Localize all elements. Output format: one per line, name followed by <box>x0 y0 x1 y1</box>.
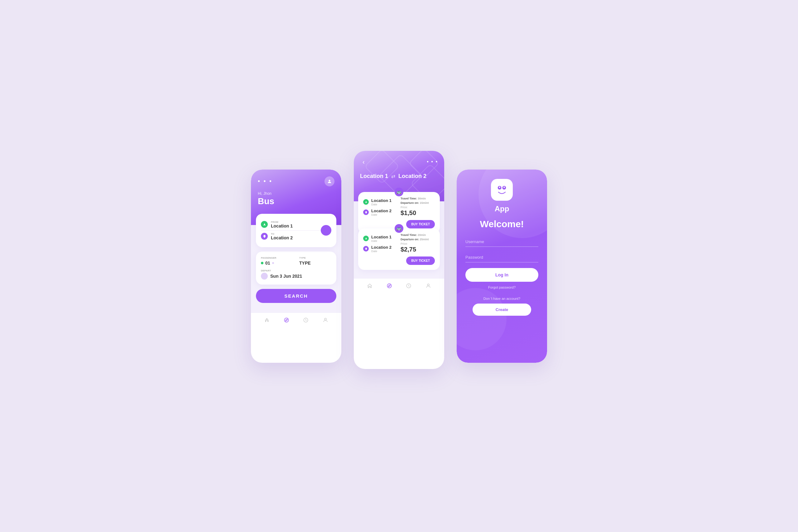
ticket-locations-1: Location 1 Date Location 2 Date <box>363 197 397 217</box>
ticket-card-2: 🚌 Location 1 Date <box>358 228 440 270</box>
type-value: TYPE <box>299 261 331 266</box>
buy-ticket-btn-2[interactable]: BUY TICKET <box>406 256 435 265</box>
depart-label: DEPART <box>261 269 331 272</box>
p2-header-top: ‹ • • • <box>360 157 438 167</box>
create-button[interactable]: Create <box>473 304 531 316</box>
p2-menu-dots[interactable]: • • • <box>427 159 438 165</box>
ticket-from-date-2: Date <box>371 239 392 243</box>
p2-nav-home[interactable] <box>366 282 373 289</box>
ticket-locations-2: Location 1 Date Location 2 Date <box>363 233 397 254</box>
departure-label-1: Departure on: <box>401 201 419 205</box>
ticket-from-name-2: Location 1 <box>371 235 392 239</box>
page-title: Bus <box>258 196 335 206</box>
passenger-option: PASSENGER 01 <box>261 256 293 266</box>
route-to: Location 2 <box>398 173 426 179</box>
ticket-to-name-2: Location 2 <box>371 245 392 250</box>
forgot-password[interactable]: Forgot password? <box>488 285 516 289</box>
travel-time-label-2: Travel Time: <box>401 233 417 236</box>
ticket-to-name-1: Location 2 <box>371 209 392 213</box>
ticket-to-date-2: Date <box>371 250 392 253</box>
phone-1: • • • Hi, Jhon Bus FROM Location 1 <box>251 170 341 363</box>
svg-point-12 <box>499 186 500 188</box>
svg-point-13 <box>504 186 505 188</box>
back-button[interactable]: ‹ <box>360 157 367 167</box>
svg-point-9 <box>428 284 429 286</box>
app-icon <box>491 179 513 201</box>
passenger-label: PASSENGER <box>261 256 293 259</box>
departure-label-2: Departure on: <box>401 238 419 241</box>
swap-button[interactable] <box>321 225 331 235</box>
passenger-control: 01 <box>261 261 293 266</box>
p2-nav-compass[interactable] <box>386 282 393 289</box>
ticket-from-1: Location 1 Date <box>363 197 397 207</box>
svg-point-7 <box>387 284 392 288</box>
departure-1: Departure on: 15mint <box>401 201 435 205</box>
greeting: Hi, Jhon <box>258 191 335 196</box>
p2-nav <box>354 279 444 294</box>
svg-point-2 <box>284 318 289 322</box>
route-from: Location 1 <box>360 173 388 179</box>
phone-2: ‹ • • • Location 1 ⇄ Location 2 🚌 <box>354 151 444 369</box>
type-label: TYPE <box>299 256 331 259</box>
ticket-to-icon-2 <box>363 246 369 251</box>
no-account-text: Don 't have an account? <box>483 297 520 301</box>
price-row-1: Price: $1,50 <box>401 206 435 216</box>
route-display: Location 1 ⇄ Location 2 <box>360 173 438 179</box>
travel-time-label-1: Travel Time: <box>401 197 417 200</box>
search-button[interactable]: SEARCH <box>256 289 336 303</box>
options-card: PASSENGER 01 TYPE TYPE DEPART <box>256 251 336 285</box>
svg-point-4 <box>324 318 326 320</box>
app-name: App <box>495 205 509 213</box>
price-value-1: $1,50 <box>401 209 435 216</box>
price-value-2: $2,75 <box>401 246 435 253</box>
screens-container: • • • Hi, Jhon Bus FROM Location 1 <box>251 163 547 369</box>
ticket-to-text-2: Location 2 Date <box>371 245 392 253</box>
ticket-from-icon-2 <box>363 235 369 241</box>
nav-profile-icon[interactable] <box>322 317 329 323</box>
ticket-from-icon-1 <box>363 199 369 205</box>
password-input[interactable] <box>466 252 538 262</box>
travel-time-value-1: 30min <box>418 197 426 200</box>
p2-nav-profile[interactable] <box>425 282 432 289</box>
p1-nav <box>251 313 341 328</box>
ticket-from-2: Location 1 Date <box>363 233 397 244</box>
p1-body: FROM Location 1 TO Location 2 <box>251 214 341 313</box>
ticket-from-text-2: Location 1 Date <box>371 235 392 243</box>
travel-time-2: Travel Time: 20min <box>401 233 435 236</box>
ticket-info-1: Travel Time: 30min Departure on: 15mint … <box>401 197 435 217</box>
ticket-to-text-1: Location 2 Date <box>371 209 392 216</box>
ticket-info-2: Travel Time: 20min Departure on: 25mint … <box>401 233 435 254</box>
depart-date: Sun 3 Jun 2021 <box>270 274 302 279</box>
navigate-icon <box>261 221 268 228</box>
passenger-type-row: PASSENGER 01 TYPE TYPE <box>261 256 331 266</box>
pin-icon <box>261 233 268 240</box>
travel-time-1: Travel Time: 30min <box>401 197 435 200</box>
ticket-from-name-1: Location 1 <box>371 198 392 203</box>
avatar[interactable] <box>324 176 335 186</box>
ticket-to-icon-1 <box>363 209 369 215</box>
to-name: Location 2 <box>271 235 331 240</box>
nav-clock-icon[interactable] <box>302 317 309 323</box>
username-input[interactable] <box>466 237 538 247</box>
ticket-from-text-1: Location 1 Date <box>371 198 392 206</box>
departure-value-1: 15mint <box>420 201 429 205</box>
location-card: FROM Location 1 TO Location 2 <box>256 214 336 247</box>
ticket-to-date-1: Date <box>371 213 392 216</box>
p2-body: 🚌 Location 1 Date <box>354 192 444 279</box>
p2-nav-clock[interactable] <box>405 282 412 289</box>
price-label-2: Price: <box>401 242 435 245</box>
menu-dots[interactable]: • • • <box>258 178 272 185</box>
price-row-2: Price: $2,75 <box>401 242 435 253</box>
nav-compass-icon[interactable] <box>283 317 290 323</box>
welcome-text: Welcome! <box>480 219 524 229</box>
type-option: TYPE TYPE <box>299 256 331 266</box>
login-button[interactable]: Log In <box>466 268 538 282</box>
departure-2: Departure on: 25mint <box>401 238 435 241</box>
ticket-from-date-1: Date <box>371 203 392 206</box>
nav-home-icon[interactable] <box>263 317 270 323</box>
depart-row: DEPART Sun 3 Jun 2021 <box>261 269 331 280</box>
buy-ticket-btn-1[interactable]: BUY TICKET <box>406 220 435 228</box>
departure-value-2: 25mint <box>420 238 429 241</box>
pass-dot-right <box>272 262 274 264</box>
p1-header-top: • • • <box>258 176 335 186</box>
